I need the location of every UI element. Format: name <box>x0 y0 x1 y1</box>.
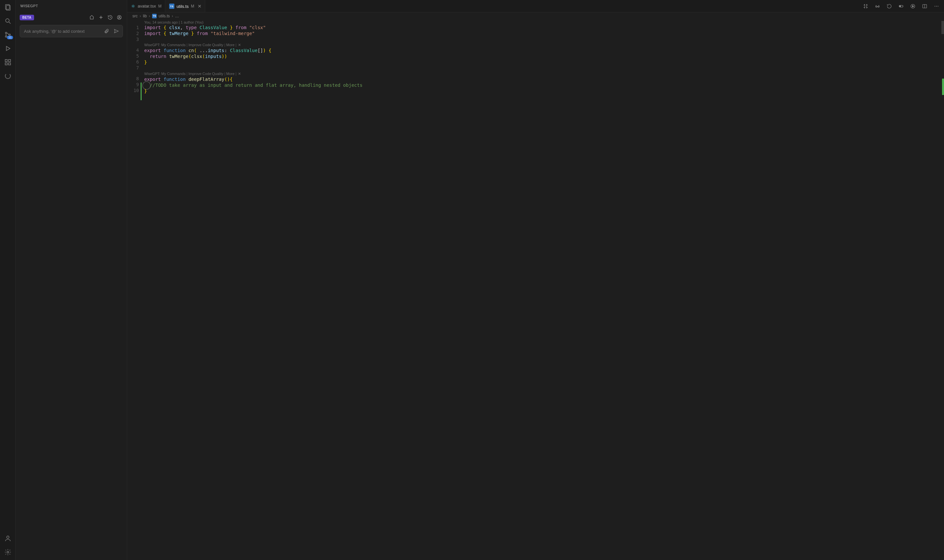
beta-badge: BETA <box>20 15 34 20</box>
breadcrumb-seg[interactable]: src <box>133 14 138 18</box>
send-icon[interactable] <box>113 28 120 35</box>
close-icon[interactable]: ✕ <box>238 43 241 47</box>
svg-marker-7 <box>6 46 10 51</box>
editor-tabs: ⚛ avatar.tsx M TS utils.ts M ✕ <box>127 0 944 12</box>
svg-line-3 <box>9 22 11 24</box>
svg-point-26 <box>935 6 935 6</box>
side-panel: WISEGPT BETA <box>16 0 127 560</box>
ts-icon: TS <box>169 4 174 9</box>
svg-point-5 <box>5 36 6 37</box>
svg-point-4 <box>5 32 6 34</box>
code-lines[interactable]: You, 14 seconds ago | 1 author (You) imp… <box>142 20 940 94</box>
code-line[interactable] <box>142 65 940 71</box>
code-editor[interactable]: 1 2 3 4 5 6 7 8 9 10 You, 14 seconds ago… <box>127 20 944 560</box>
react-icon: ⚛ <box>131 4 136 9</box>
code-line[interactable]: export function deepFlatArray(){ <box>142 76 940 82</box>
codelens[interactable]: WiseGPT: My Commands | Improve Code Qual… <box>142 42 940 48</box>
revert-icon[interactable] <box>885 3 893 10</box>
codelens[interactable]: WiseGPT: My Commands | Improve Code Qual… <box>142 71 940 76</box>
tab-modified-indicator: M <box>191 4 194 9</box>
code-line[interactable]: //TODO take array as input and return an… <box>142 82 940 88</box>
svg-point-6 <box>9 34 10 35</box>
chevron-right-icon: › <box>140 14 141 18</box>
side-panel-title: WISEGPT <box>16 0 127 12</box>
svg-point-17 <box>119 16 120 18</box>
tab-modified-indicator: M <box>158 4 162 9</box>
git-added-marker <box>942 78 944 95</box>
code-line[interactable] <box>142 36 940 42</box>
search-icon[interactable] <box>4 17 12 25</box>
attach-icon[interactable] <box>103 28 110 35</box>
explorer-icon[interactable] <box>4 3 12 11</box>
settings-gear-icon[interactable] <box>4 548 12 556</box>
svg-rect-8 <box>5 60 7 62</box>
run-debug-icon[interactable] <box>4 45 12 52</box>
tab-label: avatar.tsx <box>138 4 156 9</box>
svg-point-27 <box>936 6 937 6</box>
account-icon[interactable] <box>4 534 12 542</box>
chevron-right-icon: › <box>172 14 173 18</box>
svg-rect-10 <box>5 63 7 65</box>
code-line[interactable]: return twMerge(clsx(inputs)) <box>142 53 940 59</box>
tab-label: utils.ts <box>177 4 189 9</box>
svg-point-28 <box>938 6 938 6</box>
tab-utils[interactable]: TS utils.ts M ✕ <box>165 0 205 12</box>
split-editor-icon[interactable] <box>921 3 928 10</box>
svg-point-12 <box>6 536 9 538</box>
code-line[interactable]: import { twMerge } from "tailwind-merge" <box>142 31 940 36</box>
close-icon[interactable]: ✕ <box>238 72 241 75</box>
editor-actions <box>862 0 944 12</box>
svg-rect-9 <box>8 60 10 62</box>
compare-icon[interactable] <box>862 3 869 10</box>
svg-point-21 <box>900 6 901 6</box>
code-line[interactable]: export function cn( ...inputs: ClassValu… <box>142 48 940 53</box>
breadcrumb[interactable]: src › lib › TS utils.ts › … <box>127 12 944 20</box>
tab-avatar[interactable]: ⚛ avatar.tsx M <box>127 0 165 12</box>
activity-bar: 11 <box>0 0 16 560</box>
git-blame-annotation: You, 14 seconds ago | 1 author (You) <box>142 20 940 25</box>
close-icon[interactable]: ✕ <box>196 4 202 9</box>
code-line[interactable]: import { clsx, type ClassValue } from "c… <box>142 25 940 31</box>
home-icon[interactable] <box>88 14 96 21</box>
svg-point-13 <box>7 551 9 553</box>
ask-input[interactable] <box>24 29 100 34</box>
extensions-icon[interactable] <box>4 58 12 66</box>
svg-marker-23 <box>913 5 914 7</box>
wisegpt-activity-icon[interactable] <box>4 72 12 80</box>
run-icon[interactable] <box>909 3 916 10</box>
editor-area: ⚛ avatar.tsx M TS utils.ts M ✕ src › lib… <box>127 0 944 560</box>
toggle-icon[interactable] <box>898 3 905 10</box>
glasses-icon[interactable] <box>874 3 881 10</box>
breadcrumb-tail[interactable]: … <box>175 14 179 18</box>
side-panel-toolbar: BETA <box>16 12 127 23</box>
source-control-icon[interactable]: 11 <box>4 31 12 38</box>
more-icon[interactable] <box>933 3 940 10</box>
code-line[interactable]: } <box>142 59 940 65</box>
code-line[interactable]: } <box>142 88 940 94</box>
new-chat-icon[interactable] <box>97 14 105 21</box>
line-number-gutter: 1 2 3 4 5 6 7 8 9 10 <box>127 20 142 93</box>
chevron-right-icon: › <box>149 14 150 18</box>
overview-ruler[interactable] <box>941 20 944 560</box>
profile-icon[interactable] <box>116 14 123 21</box>
breadcrumb-seg[interactable]: lib <box>143 14 147 18</box>
breadcrumb-seg[interactable]: utils.ts <box>159 14 170 18</box>
history-icon[interactable] <box>106 14 114 21</box>
spinner-icon <box>5 73 11 79</box>
ask-input-container[interactable] <box>20 25 123 37</box>
ts-icon: TS <box>152 14 157 18</box>
scm-badge: 11 <box>7 36 13 39</box>
svg-point-2 <box>6 18 9 22</box>
svg-rect-11 <box>8 63 10 65</box>
